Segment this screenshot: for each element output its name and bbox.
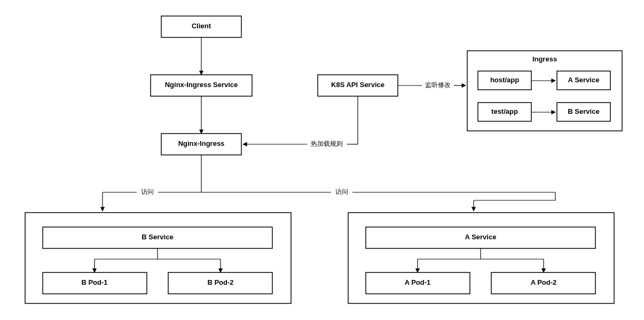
a-service-small-label: A Service [568, 76, 600, 84]
edge-visit-right: 访问 [331, 187, 555, 211]
ingress-title: Ingress [532, 55, 557, 63]
a-pod-2-label: A Pod-2 [531, 278, 557, 286]
edge-visit-right-label: 访问 [335, 188, 348, 196]
edge-k8s-to-ingress: 监听修改 [398, 81, 466, 89]
b-pod-1-label: B Pod-1 [81, 278, 107, 286]
diagram-canvas: Client Nginx-Ingress Service Nginx-Ingre… [0, 0, 644, 320]
host-app-label: host/app [490, 76, 519, 84]
edge-k8s-to-nginx: 热加载规则 [243, 96, 358, 147]
b-pod-2-label: B Pod-2 [207, 278, 233, 286]
test-app-label: test/app [491, 107, 518, 115]
nginx-ingress-label: Nginx-Ingress [178, 139, 225, 147]
k8s-api-label: K8S API Service [331, 81, 384, 89]
edge-hot-reload-label: 热加载规则 [311, 140, 343, 147]
a-pod-1-label: A Pod-1 [405, 278, 431, 286]
edge-visit-left: 访问 [103, 187, 158, 211]
b-service-label: B Service [142, 233, 173, 241]
nginx-ingress-service-label: Nginx-Ingress Service [165, 81, 238, 89]
a-service-label: A Service [465, 233, 497, 241]
edge-listen-modify-label: 监听修改 [425, 81, 451, 89]
edge-visit-left-label: 访问 [141, 188, 154, 196]
client-label: Client [192, 22, 211, 30]
b-service-small-label: B Service [568, 107, 599, 115]
